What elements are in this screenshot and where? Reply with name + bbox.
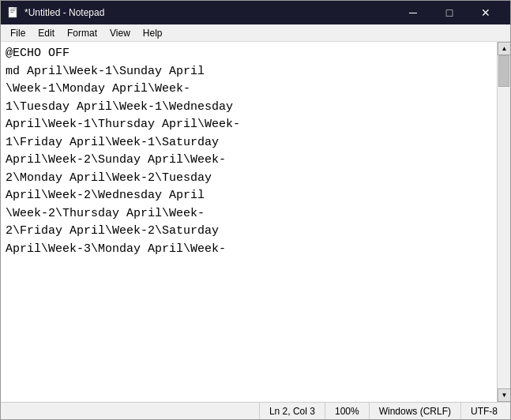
- status-encoding: UTF-8: [461, 403, 507, 419]
- menu-bar: File Edit Format View Help: [1, 24, 510, 42]
- notepad-window: *Untitled - Notepad ─ □ ✕ File Edit Form…: [0, 0, 511, 420]
- status-position: Ln 2, Col 3: [260, 403, 325, 419]
- minimize-button[interactable]: ─: [395, 1, 431, 24]
- scroll-up-button[interactable]: ▲: [498, 42, 510, 55]
- menu-format[interactable]: Format: [61, 25, 103, 41]
- close-button[interactable]: ✕: [468, 1, 504, 24]
- scroll-thumb[interactable]: [498, 55, 509, 87]
- menu-edit[interactable]: Edit: [32, 25, 61, 41]
- title-bar: *Untitled - Notepad ─ □ ✕: [1, 1, 510, 24]
- vertical-scrollbar[interactable]: ▲ ▼: [497, 42, 510, 402]
- menu-view[interactable]: View: [103, 25, 137, 41]
- text-content[interactable]: @ECHO OFF md April\Week-1\Sunday April \…: [1, 42, 497, 402]
- menu-file[interactable]: File: [4, 25, 32, 41]
- svg-rect-2: [10, 10, 15, 11]
- menu-help[interactable]: Help: [137, 25, 169, 41]
- svg-rect-4: [14, 7, 17, 9]
- scroll-down-button[interactable]: ▼: [498, 388, 510, 402]
- window-title: *Untitled - Notepad: [24, 7, 104, 18]
- title-bar-controls: ─ □ ✕: [395, 1, 504, 24]
- editor-container: @ECHO OFF md April\Week-1\Sunday April \…: [1, 42, 510, 402]
- text-area-wrapper[interactable]: @ECHO OFF md April\Week-1\Sunday April \…: [1, 42, 497, 402]
- status-bar: Ln 2, Col 3 100% Windows (CRLF) UTF-8: [1, 402, 510, 419]
- status-line-ending: Windows (CRLF): [370, 403, 461, 419]
- notepad-icon: [7, 6, 20, 19]
- svg-rect-3: [10, 12, 13, 13]
- status-position-spacer: [4, 403, 260, 419]
- maximize-button[interactable]: □: [431, 1, 468, 24]
- scroll-track[interactable]: [498, 55, 510, 388]
- status-zoom: 100%: [325, 403, 370, 419]
- title-bar-left: *Untitled - Notepad: [7, 6, 104, 19]
